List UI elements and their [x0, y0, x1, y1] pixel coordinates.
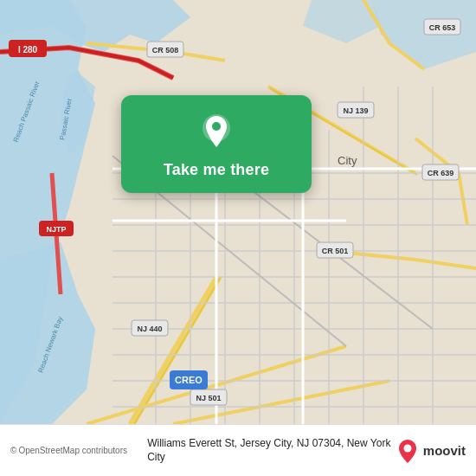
take-me-there-card[interactable]: Take me there — [121, 95, 312, 193]
svg-text:City: City — [338, 154, 357, 167]
svg-text:NJ 440: NJ 440 — [137, 325, 162, 333]
copyright-icon: © — [10, 446, 16, 455]
svg-text:CR 653: CR 653 — [429, 23, 456, 32]
svg-text:I 280: I 280 — [18, 45, 38, 55]
address-text: Williams Everett St, Jersey City, NJ 073… — [147, 437, 391, 464]
map-view: I 280 NJTP CR 508 CR 653 NJ 139 CR 639 C… — [0, 0, 476, 424]
svg-text:CR 508: CR 508 — [152, 46, 179, 55]
svg-point-58 — [212, 122, 221, 131]
svg-text:CR 501: CR 501 — [322, 247, 349, 255]
svg-text:NJ 501: NJ 501 — [196, 394, 221, 402]
attribution-text: OpenStreetMap contributors — [18, 446, 140, 455]
moovit-pin-icon — [398, 439, 417, 463]
location-pin-icon — [197, 113, 235, 151]
map-svg: I 280 NJTP CR 508 CR 653 NJ 139 CR 639 C… — [0, 0, 476, 424]
moovit-text: moovit — [423, 443, 466, 458]
svg-text:NJTP: NJTP — [46, 225, 66, 234]
moovit-logo: moovit — [398, 439, 466, 463]
svg-point-59 — [403, 444, 411, 452]
svg-text:CR 639: CR 639 — [428, 169, 454, 177]
svg-text:CREO: CREO — [175, 375, 203, 385]
take-me-there-label: Take me there — [164, 161, 269, 179]
bottom-bar: © OpenStreetMap contributors Williams Ev… — [0, 424, 476, 476]
svg-text:NJ 139: NJ 139 — [343, 106, 368, 115]
